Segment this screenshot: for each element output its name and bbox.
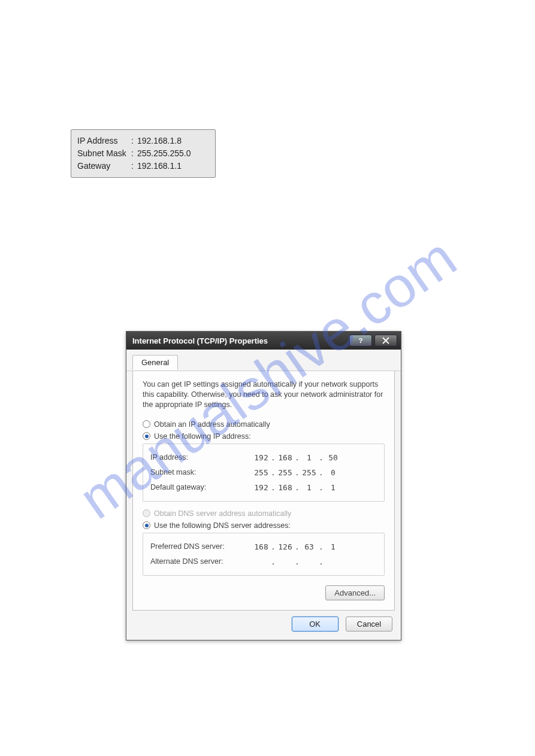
ip-octet[interactable]: 1 (324, 542, 342, 551)
option-obtain-ip[interactable]: Obtain an IP address automatically (143, 418, 385, 430)
ip-octet[interactable]: 50 (324, 453, 342, 462)
info-ip-label: IP Address (77, 135, 131, 147)
label-use-dns: Use the following DNS server addresses: (154, 521, 291, 530)
info-ip-value: 192.168.1.8 (137, 135, 182, 147)
info-row-mask: Subnet Mask : 255.255.255.0 (77, 147, 209, 160)
subnet-label: Subnet mask: (150, 468, 252, 476)
ip-address-label: IP address: (150, 453, 252, 462)
ip-octet[interactable]: 255 (300, 468, 318, 477)
pref-dns-input[interactable]: 168. 126. 63. 1 (252, 542, 354, 551)
ip-octet[interactable]: 192 (252, 453, 270, 462)
help-icon: ? (356, 336, 365, 345)
row-ip-address: IP address: 192. 168. 1. 50 (150, 450, 377, 465)
ip-octet[interactable]: 126 (276, 542, 294, 551)
ip-octet[interactable]: 168 (276, 483, 294, 492)
help-button[interactable]: ? (349, 335, 372, 347)
ip-octet[interactable]: 63 (300, 542, 318, 551)
info-mask-label: Subnet Mask (77, 147, 131, 160)
close-icon (382, 336, 390, 345)
info-colon: : (131, 135, 137, 147)
tcpip-properties-dialog: Internet Protocol (TCP/IP) Properties ? … (126, 331, 401, 640)
row-pref-dns: Preferred DNS server: 168. 126. 63. 1 (150, 539, 377, 554)
radio-use-dns[interactable] (143, 521, 150, 529)
option-use-dns[interactable]: Use the following DNS server addresses: (143, 520, 385, 532)
tabstrip: General (126, 350, 401, 371)
info-colon: : (131, 147, 137, 160)
info-row-ip: IP Address : 192.168.1.8 (77, 135, 209, 147)
pref-dns-label: Preferred DNS server: (150, 542, 252, 551)
label-obtain-dns: Obtain DNS server address automatically (154, 509, 291, 518)
ip-octet[interactable]: 1 (300, 453, 318, 462)
info-gw-value: 192.168.1.1 (137, 160, 182, 172)
ip-octet[interactable]: 168 (252, 542, 270, 551)
network-info-box: IP Address : 192.168.1.8 Subnet Mask : 2… (71, 129, 216, 178)
gateway-label: Default gateway: (150, 483, 252, 491)
tab-general[interactable]: General (132, 355, 178, 370)
subnet-input[interactable]: 255. 255. 255. 0 (252, 468, 354, 477)
info-gw-label: Gateway (77, 160, 131, 172)
titlebar[interactable]: Internet Protocol (TCP/IP) Properties ? (126, 332, 401, 350)
ip-address-input[interactable]: 192. 168. 1. 50 (252, 453, 354, 462)
ip-octet[interactable]: 255 (276, 468, 294, 477)
ip-octet[interactable]: 168 (276, 453, 294, 462)
info-colon: : (131, 160, 137, 172)
option-obtain-dns: Obtain DNS server address automatically (143, 508, 385, 520)
row-gateway: Default gateway: 192. 168. 1. 1 (150, 480, 377, 495)
cancel-button[interactable]: Cancel (346, 617, 392, 631)
description-text: You can get IP settings assigned automat… (143, 379, 385, 410)
radio-use-ip[interactable] (143, 432, 150, 440)
row-subnet: Subnet mask: 255. 255. 255. 0 (150, 465, 377, 480)
radio-obtain-dns (143, 509, 150, 517)
dialog-title: Internet Protocol (TCP/IP) Properties (132, 336, 347, 345)
label-use-ip: Use the following IP address: (154, 432, 251, 441)
ip-octet[interactable]: 0 (324, 468, 342, 477)
ok-button[interactable]: OK (292, 617, 338, 631)
dialog-button-row: OK Cancel (126, 611, 401, 640)
option-use-ip[interactable]: Use the following IP address: (143, 430, 385, 442)
ip-octet[interactable]: 192 (252, 483, 270, 492)
svg-text:?: ? (359, 337, 363, 344)
close-button[interactable] (374, 335, 397, 347)
alt-dns-label: Alternate DNS server: (150, 557, 252, 566)
ip-octet[interactable]: 1 (324, 483, 342, 492)
ip-group: IP address: 192. 168. 1. 50 Subnet mask:… (143, 444, 385, 502)
advanced-button[interactable]: Advanced... (325, 585, 385, 600)
row-alt-dns: Alternate DNS server: . . . (150, 554, 377, 569)
ip-octet[interactable]: 255 (252, 468, 270, 477)
dns-group: Preferred DNS server: 168. 126. 63. 1 Al… (143, 533, 385, 576)
info-row-gateway: Gateway : 192.168.1.1 (77, 160, 209, 172)
radio-obtain-ip[interactable] (143, 420, 150, 428)
label-obtain-ip: Obtain an IP address automatically (154, 420, 270, 429)
alt-dns-input[interactable]: . . . (252, 557, 354, 566)
tab-body: You can get IP settings assigned automat… (132, 371, 395, 611)
info-mask-value: 255.255.255.0 (137, 147, 191, 160)
gateway-input[interactable]: 192. 168. 1. 1 (252, 483, 354, 492)
ip-octet[interactable]: 1 (300, 483, 318, 492)
advanced-row: Advanced... (143, 582, 385, 602)
